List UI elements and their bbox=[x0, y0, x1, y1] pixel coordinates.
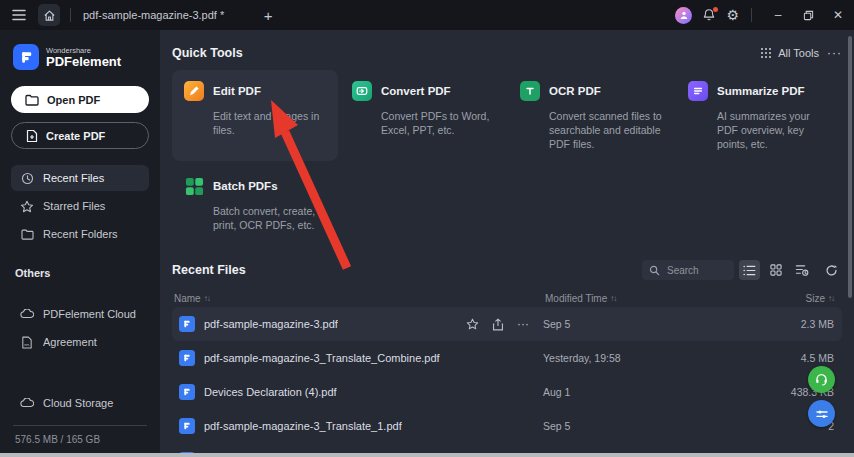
file-name: pdf-sample-magazine-3_Translate_Combine.… bbox=[204, 352, 440, 364]
notifications-button[interactable] bbox=[702, 8, 716, 22]
recent-files-header: Recent Files bbox=[172, 258, 842, 282]
all-tools-button[interactable]: All Tools bbox=[760, 47, 819, 59]
brand-product: PDFelement bbox=[46, 55, 121, 69]
file-size: 4.5 MB bbox=[746, 352, 842, 364]
row-actions: ··· bbox=[466, 317, 543, 331]
file-name: pdf-sample-magazine-3_Translate_1.pdf bbox=[204, 420, 402, 432]
home-tab-button[interactable] bbox=[38, 4, 60, 26]
convert-pdf-icon bbox=[352, 81, 372, 101]
table-row[interactable]: pdf-sample-magazine-3_Translate_Combine.… bbox=[172, 341, 842, 375]
create-pdf-button[interactable]: Create PDF bbox=[11, 122, 149, 149]
cloud-storage-icon bbox=[20, 398, 34, 408]
pdf-file-icon bbox=[179, 384, 195, 400]
column-header-modified[interactable]: Modified Time ↑↓ bbox=[545, 293, 746, 304]
titlebar: pdf-sample-magazine-3.pdf * + ⚙ – ✕ bbox=[0, 0, 854, 30]
sidebar-item-starred-files[interactable]: Starred Files bbox=[11, 193, 149, 219]
hamburger-icon bbox=[12, 9, 26, 21]
tool-convert-pdf[interactable]: Convert PDF Convert PDFs to Word, Excel,… bbox=[340, 70, 506, 161]
file-size: 2.3 MB bbox=[746, 318, 842, 330]
grid-view-button[interactable] bbox=[765, 260, 786, 280]
quick-tools-title: Quick Tools bbox=[172, 46, 243, 60]
table-row[interactable]: pdf-sample-with-table.pdf Mar 31 62 bbox=[172, 443, 842, 453]
create-pdf-label: Create PDF bbox=[46, 130, 105, 142]
tool-batch-pdfs[interactable]: Batch PDFs Batch convert, create, print,… bbox=[172, 165, 338, 242]
list-view-icon bbox=[743, 265, 756, 276]
open-pdf-label: Open PDF bbox=[47, 94, 100, 106]
share-file-button[interactable] bbox=[492, 318, 504, 331]
column-header-size[interactable]: Size ↑↓ bbox=[746, 293, 842, 304]
restore-button[interactable] bbox=[800, 7, 816, 23]
all-tools-label: All Tools bbox=[778, 47, 819, 59]
star-file-button[interactable] bbox=[466, 318, 479, 330]
clock-icon bbox=[20, 172, 34, 185]
sidebar-item-label: Recent Files bbox=[43, 172, 104, 184]
sidebar-item-label: Recent Folders bbox=[43, 228, 118, 240]
tool-title: Convert PDF bbox=[381, 85, 451, 97]
tool-title: Edit PDF bbox=[213, 85, 261, 97]
pdf-file-icon bbox=[179, 418, 195, 434]
sort-arrows-icon[interactable]: ↑↓ bbox=[610, 294, 616, 303]
tool-desc: Convert scanned files to searchable and … bbox=[549, 109, 662, 151]
table-row[interactable]: Devices Declaration (4).pdf Aug 1 438.3 … bbox=[172, 375, 842, 409]
file-modified: Yesterday, 19:58 bbox=[543, 352, 746, 364]
settings-button[interactable]: ⚙ bbox=[726, 8, 739, 22]
pdfelement-window: pdf-sample-magazine-3.pdf * + ⚙ – ✕ bbox=[0, 0, 854, 457]
minimize-button[interactable]: – bbox=[770, 7, 786, 23]
person-icon bbox=[679, 10, 689, 20]
support-headset-button[interactable] bbox=[808, 366, 835, 393]
search-icon bbox=[649, 265, 660, 276]
sidebar-item-recent-files[interactable]: Recent Files bbox=[11, 165, 149, 191]
sliders-icon bbox=[815, 407, 829, 421]
brand-logo: Wondershare PDFelement bbox=[11, 42, 149, 70]
home-icon bbox=[43, 9, 56, 22]
list-view-button[interactable] bbox=[739, 260, 760, 280]
sort-arrows-icon[interactable]: ↑↓ bbox=[204, 294, 210, 303]
tool-summarize-pdf[interactable]: Summarize PDF AI summarizes your PDF ove… bbox=[676, 70, 842, 161]
file-modified: Sep 5 bbox=[543, 420, 746, 432]
grid-dots-icon bbox=[760, 47, 772, 59]
sidebar-item-agreement[interactable]: Agreement bbox=[11, 329, 149, 355]
file-plus-icon bbox=[26, 129, 38, 143]
sidebar-item-label: Agreement bbox=[43, 336, 97, 348]
ocr-pdf-icon bbox=[520, 81, 540, 101]
sidebar: Wondershare PDFelement Open PDF Create P… bbox=[0, 30, 160, 453]
adjust-sliders-button[interactable] bbox=[808, 400, 835, 427]
file-modified: Aug 1 bbox=[543, 386, 746, 398]
grid-view-icon bbox=[770, 264, 782, 276]
new-tab-button[interactable]: + bbox=[258, 7, 278, 24]
tool-desc: AI summarizes your PDF overview, key poi… bbox=[717, 109, 830, 151]
tool-edit-pdf[interactable]: Edit PDF Edit text and images in files. bbox=[172, 70, 338, 161]
sort-list-button[interactable] bbox=[791, 260, 812, 280]
account-avatar[interactable] bbox=[675, 7, 692, 24]
row-more-button[interactable]: ··· bbox=[517, 317, 529, 331]
open-pdf-button[interactable]: Open PDF bbox=[11, 86, 149, 113]
search-input[interactable] bbox=[665, 264, 723, 277]
quick-tools-more-button[interactable]: ··· bbox=[827, 46, 842, 60]
notification-badge bbox=[713, 7, 718, 12]
refresh-button[interactable] bbox=[821, 260, 842, 280]
file-name: Devices Declaration (4).pdf bbox=[204, 386, 337, 398]
cloud-storage-item[interactable]: Cloud Storage bbox=[11, 390, 149, 416]
file-modified: Sep 5 bbox=[543, 318, 746, 330]
close-button[interactable]: ✕ bbox=[830, 7, 846, 23]
search-box[interactable] bbox=[642, 260, 734, 280]
table-row[interactable]: pdf-sample-magazine-3.pdf ··· Sep 5 bbox=[172, 307, 842, 341]
sorted-list-icon bbox=[795, 264, 809, 276]
table-row[interactable]: pdf-sample-magazine-3_Translate_1.pdf Se… bbox=[172, 409, 842, 443]
tool-ocr-pdf[interactable]: OCR PDF Convert scanned files to searcha… bbox=[508, 70, 674, 161]
sort-arrows-icon[interactable]: ↑↓ bbox=[828, 294, 834, 303]
tool-title: Batch PDFs bbox=[213, 180, 278, 192]
cloud-storage-label: Cloud Storage bbox=[43, 397, 113, 409]
sidebar-nav: Recent Files Starred Files Recent Folder… bbox=[11, 165, 149, 247]
sidebar-item-recent-folders[interactable]: Recent Folders bbox=[11, 221, 149, 247]
folder-open-icon bbox=[25, 94, 39, 106]
main-panel: Quick Tools All Tools ··· bbox=[160, 30, 854, 453]
column-header-name[interactable]: Name ↑↓ bbox=[174, 293, 545, 304]
refresh-icon bbox=[825, 264, 838, 277]
tool-desc: Edit text and images in files. bbox=[213, 109, 326, 137]
sidebar-item-pdfelement-cloud[interactable]: PDFelement Cloud bbox=[11, 301, 149, 327]
vertical-scrollbar[interactable] bbox=[848, 36, 852, 298]
hamburger-menu-button[interactable] bbox=[8, 4, 30, 26]
document-tab[interactable]: pdf-sample-magazine-3.pdf * bbox=[83, 9, 224, 21]
headset-icon bbox=[814, 372, 829, 387]
